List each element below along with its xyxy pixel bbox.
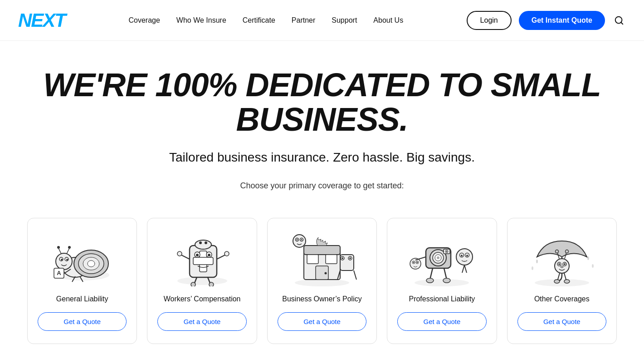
nav-link-about-us[interactable]: About Us: [373, 16, 403, 25]
svg-point-52: [301, 239, 302, 241]
svg-line-59: [354, 270, 356, 280]
svg-point-95: [555, 250, 558, 253]
svg-point-48: [293, 235, 306, 247]
login-button[interactable]: Login: [467, 11, 512, 30]
svg-point-7: [88, 261, 95, 267]
svg-point-8: [56, 253, 72, 270]
card-business-owners-policy[interactable]: Business Owner’s Policy Get a Quote: [267, 218, 377, 344]
svg-point-72: [461, 255, 463, 256]
svg-rect-47: [326, 255, 337, 264]
svg-point-29: [208, 254, 210, 256]
hero-section: WE'RE 100% DEDICATED TO SMALL BUSINESS. …: [0, 41, 644, 218]
get-quote-button-professional-liability[interactable]: Get a Quote: [397, 312, 486, 331]
svg-point-80: [417, 262, 418, 263]
svg-line-74: [462, 265, 464, 273]
card-illustration-professional-liability: [401, 232, 483, 286]
svg-point-55: [342, 257, 343, 259]
card-professional-liability[interactable]: Professional Liability Get a Quote: [387, 218, 497, 344]
hero-headline: WE'RE 100% DEDICATED TO SMALL BUSINESS.: [27, 68, 617, 137]
nav-link-coverage[interactable]: Coverage: [128, 16, 160, 25]
nav-links: Coverage Who We Insure Certificate Partn…: [128, 16, 403, 25]
svg-point-31: [191, 282, 195, 286]
svg-line-81: [430, 268, 433, 280]
svg-point-79: [413, 262, 415, 263]
svg-point-105: [592, 264, 594, 268]
svg-point-60: [415, 279, 469, 286]
svg-point-84: [443, 278, 450, 283]
logo[interactable]: NEXT: [18, 11, 65, 30]
svg-rect-25: [193, 257, 213, 265]
svg-point-92: [564, 263, 566, 265]
svg-point-38: [195, 240, 211, 249]
svg-line-75: [464, 265, 467, 273]
svg-point-40: [205, 241, 207, 244]
svg-point-103: [587, 256, 589, 260]
nav-link-certificate[interactable]: Certificate: [243, 16, 275, 25]
svg-point-97: [565, 250, 568, 253]
hero-subheadline: Tailored business insurance. Zero hassle…: [18, 150, 626, 165]
svg-point-102: [536, 260, 538, 263]
card-illustration-general-liability: A: [41, 232, 123, 286]
coverage-cards-row: A General Liability Get a Quote: [9, 218, 635, 344]
card-label-business-owners-policy: Business Owner’s Policy: [282, 295, 361, 304]
search-icon: [614, 15, 624, 25]
get-quote-button-other-coverages[interactable]: Get a Quote: [517, 312, 606, 331]
get-quote-button-workers-compensation[interactable]: Get a Quote: [157, 312, 246, 331]
svg-point-11: [61, 259, 63, 261]
svg-point-104: [532, 266, 533, 270]
svg-point-68: [446, 251, 448, 252]
svg-point-12: [66, 259, 68, 261]
svg-line-36: [217, 255, 226, 259]
card-illustration-business-owners-policy: [281, 232, 363, 286]
svg-point-14: [57, 246, 60, 249]
svg-point-93: [561, 266, 563, 268]
get-instant-quote-button[interactable]: Get Instant Quote: [519, 11, 605, 30]
svg-line-34: [181, 255, 190, 259]
card-illustration-other-coverages: [521, 232, 603, 286]
svg-point-57: [349, 257, 351, 259]
card-label-professional-liability: Professional Liability: [409, 295, 475, 304]
hero-choose-text: Choose your primary coverage to get star…: [18, 181, 626, 191]
get-quote-button-business-owners-policy[interactable]: Get a Quote: [278, 312, 366, 331]
nav-actions: Login Get Instant Quote: [467, 11, 626, 30]
svg-point-101: [564, 280, 570, 283]
svg-point-41: [295, 279, 349, 286]
card-label-general-liability: General Liability: [56, 295, 108, 304]
svg-line-82: [444, 268, 447, 280]
nav-link-support[interactable]: Support: [332, 16, 357, 25]
card-label-other-coverages: Other Coverages: [534, 295, 590, 304]
nav-link-who-we-insure[interactable]: Who We Insure: [176, 16, 226, 25]
svg-point-69: [456, 249, 473, 265]
card-workers-compensation[interactable]: Workers’ Compensation Get a Quote: [147, 218, 257, 344]
search-button[interactable]: [612, 14, 626, 27]
svg-point-91: [558, 263, 560, 265]
svg-point-100: [554, 280, 560, 283]
svg-line-15: [67, 248, 69, 254]
card-general-liability[interactable]: A General Liability Get a Quote: [27, 218, 137, 344]
svg-rect-46: [307, 255, 318, 264]
svg-point-22: [177, 277, 227, 285]
card-other-coverages[interactable]: Other Coverages Get a Quote: [507, 218, 617, 344]
svg-point-51: [297, 239, 298, 241]
svg-point-35: [177, 251, 182, 256]
svg-text:A: A: [57, 270, 61, 276]
svg-point-86: [535, 279, 589, 286]
card-label-workers-compensation: Workers’ Compensation: [164, 295, 241, 304]
svg-point-33: [209, 282, 214, 286]
svg-point-45: [325, 272, 327, 275]
svg-point-28: [196, 254, 199, 256]
navbar: NEXT Coverage Who We Insure Certificate …: [0, 0, 644, 41]
card-illustration-workers-compensation: [161, 232, 243, 286]
svg-rect-43: [304, 246, 340, 255]
svg-point-39: [199, 241, 202, 244]
svg-line-1: [621, 22, 623, 24]
nav-link-partner[interactable]: Partner: [292, 16, 315, 25]
svg-point-83: [426, 278, 434, 283]
svg-point-65: [437, 256, 439, 259]
get-quote-button-general-liability[interactable]: Get a Quote: [38, 312, 127, 331]
svg-point-16: [68, 246, 71, 249]
svg-line-13: [59, 248, 61, 254]
svg-point-37: [224, 251, 229, 256]
svg-point-73: [466, 255, 468, 256]
